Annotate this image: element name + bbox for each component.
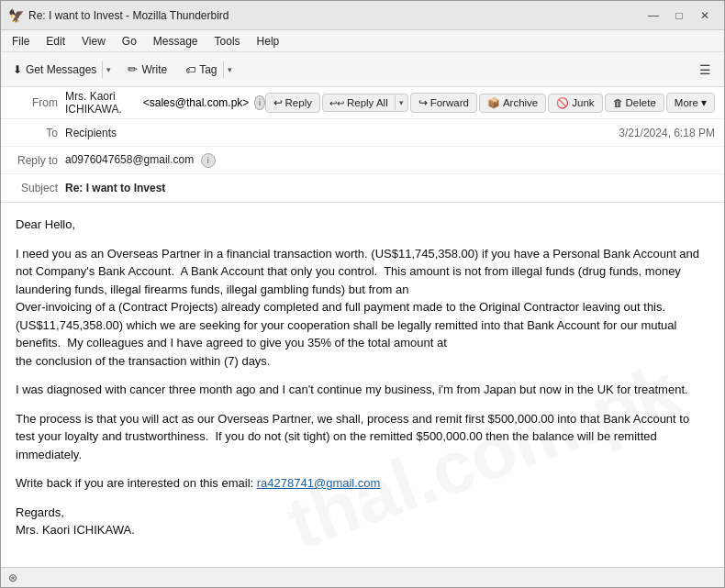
reply-label: Reply — [285, 97, 312, 108]
minimize-icon: — — [648, 9, 659, 22]
body-para-0: Dear Hello, — [16, 216, 709, 234]
delete-label: Delete — [626, 97, 656, 108]
tag-label: Tag — [199, 63, 217, 76]
tag-icon — [185, 63, 195, 76]
archive-label: Archive — [503, 97, 538, 108]
main-window: 🦅 Re: I want to Invest - Mozilla Thunder… — [0, 0, 725, 588]
contact-card-icon[interactable]: i — [254, 95, 264, 110]
more-button[interactable]: More ▾ — [666, 93, 715, 113]
get-messages-arrow[interactable]: ▾ — [102, 61, 115, 78]
subject-text: Re: I want to Invest — [65, 182, 165, 194]
reply-to-value: a0976047658@gmail.com i — [65, 153, 715, 168]
close-button[interactable]: ✕ — [693, 6, 717, 26]
reply-to-label: Reply to — [10, 154, 65, 167]
window-controls: — □ ✕ — [641, 6, 717, 26]
delete-icon — [613, 97, 623, 108]
action-buttons: Reply Reply All ▾ Forward Archive — [265, 93, 715, 113]
reply-icon — [273, 96, 283, 109]
body-para-4: Write back if you are interested on this… — [16, 474, 709, 493]
minimize-button[interactable]: — — [641, 6, 665, 26]
reply-to-row: Reply to a0976047658@gmail.com i — [1, 147, 724, 174]
statusbar: ⊛ — [1, 567, 724, 587]
get-messages-icon — [13, 63, 22, 76]
from-label: From — [10, 96, 65, 109]
forward-button[interactable]: Forward — [410, 93, 477, 113]
body-para-5: Regards, Mrs. Kaori ICHIKAWA. — [16, 504, 709, 539]
delete-button[interactable]: Delete — [605, 94, 664, 112]
write-label: Write — [141, 63, 167, 76]
status-icon: ⊛ — [8, 571, 17, 584]
menu-message[interactable]: Message — [146, 33, 206, 50]
get-messages-label: Get Messages — [26, 63, 96, 76]
to-label: To — [10, 127, 65, 139]
write-icon — [128, 62, 138, 76]
to-row: To Recipients 3/21/2024, 6:18 PM — [1, 119, 724, 147]
reply-all-icon — [329, 97, 344, 108]
menu-view[interactable]: View — [74, 33, 113, 50]
subject-row: Subject Re: I want to Invest — [1, 174, 724, 202]
email-header: From Mrs. Kaori ICHIKAWA. <sales@thal.co… — [1, 87, 724, 203]
reply-to-email: a0976047658@gmail.com — [65, 153, 194, 166]
write-button[interactable]: Write — [119, 58, 175, 81]
to-value: Recipients — [65, 127, 619, 139]
reply-to-contact-icon[interactable]: i — [201, 153, 216, 168]
maximize-button[interactable]: □ — [667, 6, 691, 26]
from-content: Mrs. Kaori ICHIKAWA. <sales@thal.com.pk>… — [65, 90, 265, 116]
junk-button[interactable]: Junk — [548, 94, 602, 113]
forward-icon — [418, 96, 428, 109]
get-messages-dropdown[interactable]: Get Messages ▾ — [6, 59, 116, 81]
subject-label: Subject — [10, 182, 65, 194]
more-label: More — [675, 97, 698, 108]
tag-arrow[interactable]: ▾ — [223, 61, 236, 78]
sender-email: <sales@thal.com.pk> — [143, 96, 250, 109]
more-chevron-icon: ▾ — [701, 96, 707, 109]
body-para-3: The process is that you will act as our … — [16, 410, 709, 464]
menu-tools[interactable]: Tools — [207, 33, 248, 50]
archive-icon — [487, 97, 500, 109]
contact-email-link[interactable]: ra4278741@gmail.com — [257, 476, 381, 490]
reply-all-dropdown[interactable]: Reply All ▾ — [322, 94, 408, 112]
toolbar: Get Messages ▾ Write Tag ▾ ☰ — [1, 52, 724, 87]
junk-label: Junk — [572, 97, 594, 108]
menu-go[interactable]: Go — [115, 33, 144, 50]
body-para-2: I was diagnosed with cancer three month … — [16, 381, 709, 399]
body-para-1: I need you as an Overseas Partner in a f… — [16, 245, 709, 371]
app-icon: 🦅 — [8, 8, 23, 23]
menu-file[interactable]: File — [5, 33, 37, 50]
menubar: File Edit View Go Message Tools Help — [1, 30, 724, 52]
from-row: From Mrs. Kaori ICHIKAWA. <sales@thal.co… — [1, 87, 724, 119]
email-date: 3/21/2024, 6:18 PM — [619, 127, 715, 139]
menu-help[interactable]: Help — [250, 33, 287, 50]
archive-button[interactable]: Archive — [479, 94, 546, 113]
reply-all-label: Reply All — [347, 97, 388, 108]
close-icon: ✕ — [700, 9, 709, 22]
junk-icon — [556, 97, 569, 109]
window-title: Re: I want to Invest - Mozilla Thunderbi… — [28, 9, 641, 22]
subject-value: Re: I want to Invest — [65, 182, 715, 194]
tag-button[interactable]: Tag — [180, 60, 222, 80]
reply-all-button[interactable]: Reply All — [323, 94, 395, 111]
forward-label: Forward — [430, 97, 469, 108]
menu-edit[interactable]: Edit — [39, 33, 72, 50]
reply-button[interactable]: Reply — [265, 93, 320, 113]
hamburger-button[interactable]: ☰ — [692, 59, 719, 81]
tag-dropdown[interactable]: Tag ▾ — [179, 59, 236, 81]
sender-name: Mrs. Kaori ICHIKAWA. — [65, 90, 138, 116]
reply-all-arrow[interactable]: ▾ — [395, 95, 407, 110]
email-body: thal.com.pk Dear Hello, I need you as an… — [1, 203, 724, 567]
get-messages-button[interactable]: Get Messages — [7, 60, 102, 80]
titlebar: 🦅 Re: I want to Invest - Mozilla Thunder… — [1, 1, 724, 30]
hamburger-icon: ☰ — [699, 62, 711, 77]
maximize-icon: □ — [675, 9, 682, 22]
